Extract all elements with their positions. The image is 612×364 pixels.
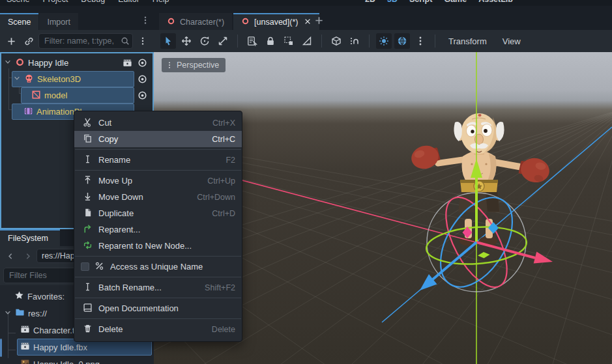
menu-scene[interactable]: Scene (7, 0, 29, 4)
tab-import[interactable]: Import (39, 13, 78, 30)
scene-tab[interactable]: Character(*) (159, 13, 232, 30)
menu-item-open-documentation[interactable]: Open Documentation (74, 300, 242, 316)
menu-item-cut[interactable]: Cut Ctrl+X (74, 115, 242, 131)
add-node-button[interactable] (3, 33, 19, 49)
view-menu[interactable]: View (496, 36, 527, 46)
group-node-button[interactable] (281, 33, 297, 49)
scale-icon (218, 36, 228, 46)
preview-sunlight-button[interactable] (376, 33, 392, 49)
perspective-menu-button[interactable]: Perspective (162, 58, 226, 72)
menu-item-delete[interactable]: Delete Delete (74, 321, 242, 337)
scene-filter-input[interactable] (44, 36, 121, 46)
expander[interactable] (4, 309, 12, 318)
splitter-highlight (0, 339, 2, 357)
percent-icon (95, 261, 104, 271)
forward-icon (23, 252, 32, 260)
scale-tool-button[interactable] (215, 33, 231, 49)
menu-item-copy[interactable]: Copy Ctrl+C (74, 131, 242, 147)
filesystem-row[interactable]: Happy Idle_0.png (0, 356, 154, 364)
shortcut-label: Shift+F2 (205, 283, 235, 292)
shortcut-label: Ctrl+Down (197, 193, 235, 202)
close-tab-button[interactable] (304, 18, 312, 27)
image-icon (20, 358, 30, 364)
star-icon (14, 290, 24, 300)
node-context-menu: Cut Ctrl+X Copy Ctrl+C Rename F2 Move Up… (74, 111, 242, 342)
mode-2d[interactable]: 2D (365, 0, 375, 4)
menu-item-reparent[interactable]: Reparent... (74, 221, 242, 238)
dots-icon (138, 36, 147, 46)
plus-icon (7, 36, 16, 46)
expander[interactable] (4, 58, 12, 68)
menu-item-label: Rename (98, 155, 130, 165)
rotate-tool-button[interactable] (197, 33, 212, 49)
shortcut-label: Ctrl+Up (207, 176, 235, 186)
list-select-icon (247, 36, 257, 46)
close-icon[interactable] (304, 18, 312, 25)
duplicate-icon (83, 208, 93, 217)
menu-item-duplicate[interactable]: Duplicate Ctrl+D (74, 205, 242, 221)
checkbox[interactable] (81, 262, 89, 271)
drag-handle-icon (166, 61, 173, 69)
ruler-mode-button[interactable] (299, 33, 315, 49)
mode-script[interactable]: Script (409, 0, 432, 4)
extra-options-button[interactable] (413, 33, 428, 49)
expander[interactable] (13, 74, 21, 84)
toolbar-separator (237, 35, 238, 48)
plus-icon[interactable] (314, 16, 324, 25)
menu-separator (75, 256, 241, 257)
move-tool-button[interactable] (179, 33, 194, 49)
menu-item-reparent-to-new-node[interactable]: Reparent to New Node... (74, 238, 242, 254)
viewport-toolbar: Transform View (154, 30, 612, 52)
history-back-button[interactable] (3, 248, 18, 264)
menu-help[interactable]: Help (153, 0, 169, 4)
film-icon[interactable] (123, 58, 132, 68)
node-label: model (44, 91, 67, 100)
eye-icon[interactable] (138, 58, 147, 68)
preview-environment-button[interactable] (394, 33, 410, 49)
mesh-icon (31, 90, 41, 100)
new-scene-tab-button[interactable] (314, 16, 324, 25)
menu-item-access-as-unique-name[interactable]: Access as Unique Name (74, 259, 242, 275)
menu-item-batch-rename[interactable]: Batch Rename... Shift+F2 (74, 279, 242, 296)
history-forward-button[interactable] (20, 248, 35, 264)
menu-editor[interactable]: Editor (118, 0, 139, 4)
scene-tree-row[interactable]: Skeleton3D (1, 71, 153, 87)
scene-tree-row[interactable]: Happy Idle (1, 55, 153, 71)
film-icon (20, 324, 30, 334)
file-label: res:// (28, 309, 47, 318)
dots-icon (166, 61, 173, 69)
move-down-icon (83, 191, 93, 201)
tab-filesystem[interactable]: FileSystem (0, 229, 60, 246)
menu-project[interactable]: Project (42, 0, 68, 4)
transform-menu[interactable]: Transform (442, 36, 493, 46)
shortcut-label: F2 (226, 156, 235, 165)
instance-scene-button[interactable] (21, 33, 36, 49)
snap-toggle-button[interactable] (328, 33, 344, 49)
scene-dock-menu-button[interactable] (135, 33, 151, 49)
menu-debug[interactable]: Debug (81, 0, 105, 4)
toolbar-separator (369, 35, 370, 48)
menu-item-label: Delete (98, 324, 123, 334)
chevron-down-icon (4, 309, 12, 316)
mode-assetlib[interactable]: AssetLib (478, 0, 513, 4)
local-space-button[interactable] (347, 33, 362, 49)
reparent-new-icon (83, 240, 93, 250)
eye-icon[interactable] (138, 74, 147, 84)
lock-node-button[interactable] (263, 33, 278, 49)
mode-3d[interactable]: 3D (387, 0, 398, 4)
menu-item-move-up[interactable]: Move Up Ctrl+Up (74, 173, 242, 189)
menu-item-move-down[interactable]: Move Down Ctrl+Down (74, 189, 242, 205)
menu-item-rename[interactable]: Rename F2 (74, 152, 242, 168)
scene-tree-row[interactable]: model (1, 87, 153, 104)
eye-icon[interactable] (138, 91, 147, 100)
mode-game[interactable]: Game (444, 0, 467, 4)
scene-tab[interactable]: [unsaved](*) (233, 13, 319, 30)
selectable-list-button[interactable] (244, 33, 260, 49)
folder-icon (15, 307, 25, 317)
select-tool-button[interactable] (160, 33, 176, 49)
menubar-left-items: SceneProjectDebugEditorHelp (7, 0, 169, 4)
cursor-icon (163, 36, 173, 46)
dots-icon (141, 16, 150, 25)
tab-scene[interactable]: Scene (0, 13, 38, 30)
dock-tabs-menu-button[interactable] (141, 16, 150, 25)
